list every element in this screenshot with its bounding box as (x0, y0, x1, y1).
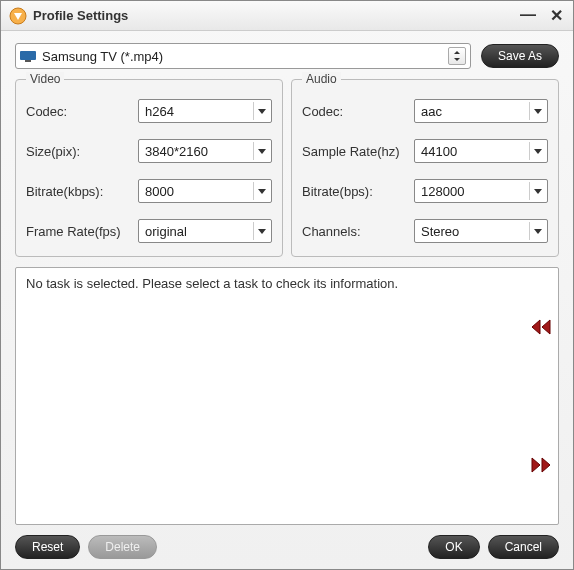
prev-task-button[interactable] (530, 318, 552, 336)
dropdown-icon (448, 47, 466, 65)
svg-rect-1 (20, 51, 36, 60)
task-info-panel: No task is selected. Please select a tas… (15, 267, 559, 525)
cancel-button[interactable]: Cancel (488, 535, 559, 559)
svg-rect-2 (25, 60, 31, 62)
audio-channels-label: Channels: (302, 224, 414, 239)
video-bitrate-select[interactable]: 8000 (138, 179, 272, 203)
chevron-down-icon (529, 142, 545, 160)
video-codec-select[interactable]: h264 (138, 99, 272, 123)
reset-button[interactable]: Reset (15, 535, 80, 559)
audio-group: Audio Codec: aac Sample Rate(hz) 44100 (291, 79, 559, 257)
chevron-down-icon (253, 182, 269, 200)
video-bitrate-label: Bitrate(kbps): (26, 184, 138, 199)
audio-samplerate-label: Sample Rate(hz) (302, 144, 414, 159)
tv-icon (20, 50, 36, 62)
chevron-down-icon (529, 222, 545, 240)
audio-codec-select[interactable]: aac (414, 99, 548, 123)
audio-bitrate-label: Bitrate(bps): (302, 184, 414, 199)
footer: Reset Delete OK Cancel (15, 525, 559, 559)
content-area: Samsung TV (*.mp4) Save As Video Codec: … (1, 31, 573, 569)
chevron-down-icon (253, 102, 269, 120)
window: Profile Settings — ✕ Samsung TV (*.mp4) … (0, 0, 574, 570)
delete-button[interactable]: Delete (88, 535, 157, 559)
close-button[interactable]: ✕ (547, 6, 565, 25)
video-framerate-select[interactable]: original (138, 219, 272, 243)
video-group: Video Codec: h264 Size(pix): 3840*2160 (15, 79, 283, 257)
next-task-button[interactable] (530, 456, 552, 474)
audio-bitrate-select[interactable]: 128000 (414, 179, 548, 203)
chevron-down-icon (253, 222, 269, 240)
window-title: Profile Settings (33, 8, 519, 23)
ok-button[interactable]: OK (428, 535, 479, 559)
task-message: No task is selected. Please select a tas… (26, 276, 522, 291)
video-size-select[interactable]: 3840*2160 (138, 139, 272, 163)
video-size-label: Size(pix): (26, 144, 138, 159)
chevron-down-icon (253, 142, 269, 160)
minimize-button[interactable]: — (519, 6, 537, 25)
profile-select-text: Samsung TV (*.mp4) (42, 49, 448, 64)
audio-group-title: Audio (302, 72, 341, 86)
audio-samplerate-select[interactable]: 44100 (414, 139, 548, 163)
app-icon (9, 7, 27, 25)
profile-select[interactable]: Samsung TV (*.mp4) (15, 43, 471, 69)
video-framerate-label: Frame Rate(fps) (26, 224, 138, 239)
chevron-down-icon (529, 182, 545, 200)
video-group-title: Video (26, 72, 64, 86)
audio-channels-select[interactable]: Stereo (414, 219, 548, 243)
save-as-button[interactable]: Save As (481, 44, 559, 68)
titlebar: Profile Settings — ✕ (1, 1, 573, 31)
audio-codec-label: Codec: (302, 104, 414, 119)
video-codec-label: Codec: (26, 104, 138, 119)
chevron-down-icon (529, 102, 545, 120)
